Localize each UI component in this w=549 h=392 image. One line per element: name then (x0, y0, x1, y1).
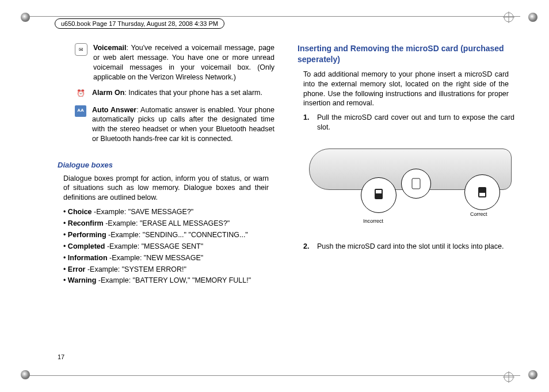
microsd-heading: Inserting and Removing the microSD card … (298, 43, 514, 65)
alarm-glyph: ⏰ (77, 89, 85, 98)
page-number: 17 (58, 353, 64, 360)
magnifier-correct (464, 174, 500, 210)
voicemail-label: Voicemail (93, 44, 126, 52)
alarm-icon: ⏰ (75, 88, 86, 100)
dialogue-bullet-list: • Choice -Example: "SAVE MESSAGE?" • Rec… (63, 207, 274, 286)
figure-label-correct: Correct (470, 211, 487, 218)
voicemail-glyph: ✉ (79, 46, 83, 53)
bullet-error: • Error -Example: "SYSTEM ERROR!" (63, 265, 274, 275)
auto-answer-icon: AA (75, 105, 86, 117)
bullet-information-text: -Example: "NEW MESSAGE" (108, 254, 204, 262)
step-1-number: 1. (303, 113, 311, 132)
bullet-warning-label: Warning (68, 276, 97, 284)
bullet-information-label: Information (68, 254, 108, 262)
autoanswer-label: Auto Answer (92, 106, 136, 114)
registration-dot (21, 13, 30, 22)
bullet-performing-label: Performing (68, 231, 106, 239)
bullet-reconfirm: • Reconfirm -Example: "ERASE ALL MESSAGE… (63, 219, 274, 229)
registration-dot (528, 370, 537, 379)
figure-label-incorrect: Incorrect (363, 218, 383, 224)
bullet-warning: • Warning -Example: "BATTERY LOW," "MEMO… (63, 276, 274, 286)
alarm-description: Alarm On: Indicates that your phone has … (92, 88, 274, 98)
bullet-choice: • Choice -Example: "SAVE MESSAGE?" (63, 207, 274, 217)
dialogue-boxes-intro: Dialogue boxes prompt for action, inform… (63, 174, 269, 203)
crop-target-icon (503, 371, 514, 380)
microsd-figure: Incorrect Correct (303, 137, 509, 235)
bullet-error-text: -Example: "SYSTEM ERROR!" (85, 265, 186, 273)
page-meta-header: u650.book Page 17 Thursday, August 28, 2… (55, 18, 224, 29)
crop-target-icon (503, 12, 514, 21)
bullet-completed-text: -Example: "MESSAGE SENT" (105, 242, 203, 250)
svg-rect-7 (376, 190, 382, 193)
bullet-warning-text: -Example: "BATTERY LOW," "MEMORY FULL!" (96, 276, 251, 284)
bullet-completed: • Completed -Example: "MESSAGE SENT" (63, 242, 274, 252)
aa-glyph: AA (77, 108, 84, 114)
bullet-error-label: Error (68, 265, 86, 273)
autoanswer-description: Auto Answer: Automatic answer is enabled… (92, 105, 274, 144)
step-1: 1. Pull the microSD card cover out and t… (303, 113, 514, 132)
bullet-choice-label: Choice (68, 208, 92, 216)
microsd-steps: 1. Pull the microSD card cover out and t… (303, 113, 514, 132)
voicemail-description: Voicemail: You've received a voicemail m… (93, 43, 274, 82)
magnifier-incorrect (361, 177, 396, 213)
svg-rect-10 (412, 178, 420, 189)
bullet-reconfirm-text: -Example: "ERASE ALL MESSAGES?" (104, 219, 230, 227)
crop-line-top (29, 16, 520, 17)
page-content: ✉ Voicemail: You've received a voicemail… (58, 43, 514, 352)
microsd-steps-2: 2. Push the microSD card into the slot u… (303, 242, 514, 252)
step-2-number: 2. (303, 242, 311, 252)
bullet-performing: • Performing -Example: "SENDING..." "CON… (63, 230, 274, 240)
bullet-choice-text: -Example: "SAVE MESSAGE?" (92, 208, 194, 216)
dialogue-boxes-heading: Dialogue boxes (58, 160, 274, 170)
crop-line-bottom (29, 375, 520, 376)
left-column: ✉ Voicemail: You've received a voicemail… (58, 43, 274, 352)
bullet-performing-text: -Example: "SENDING..." "CONNECTING..." (106, 231, 248, 239)
indicator-voicemail: ✉ Voicemail: You've received a voicemail… (75, 43, 274, 82)
indicator-autoanswer: AA Auto Answer: Automatic answer is enab… (75, 105, 274, 144)
alarm-text: : Indicates that your phone has a set al… (124, 89, 262, 97)
microsd-intro: To add additional memory to your phone i… (303, 70, 509, 109)
step-1-text: Pull the microSD card cover out and turn… (317, 113, 514, 132)
svg-rect-9 (479, 193, 485, 196)
bullet-completed-label: Completed (68, 242, 105, 250)
step-2: 2. Push the microSD card into the slot u… (303, 242, 514, 252)
indicator-alarm: ⏰ Alarm On: Indicates that your phone ha… (75, 88, 274, 100)
right-column: Inserting and Removing the microSD card … (298, 43, 514, 352)
bullet-information: • Information -Example: "NEW MESSAGE" (63, 253, 274, 263)
voicemail-icon: ✉ (75, 43, 87, 56)
alarm-label: Alarm On (92, 89, 124, 97)
bullet-reconfirm-label: Reconfirm (68, 219, 104, 227)
magnifier-slot (401, 169, 431, 199)
step-2-text: Push the microSD card into the slot unti… (317, 242, 514, 252)
registration-dot (21, 370, 30, 379)
registration-dot (528, 13, 537, 22)
